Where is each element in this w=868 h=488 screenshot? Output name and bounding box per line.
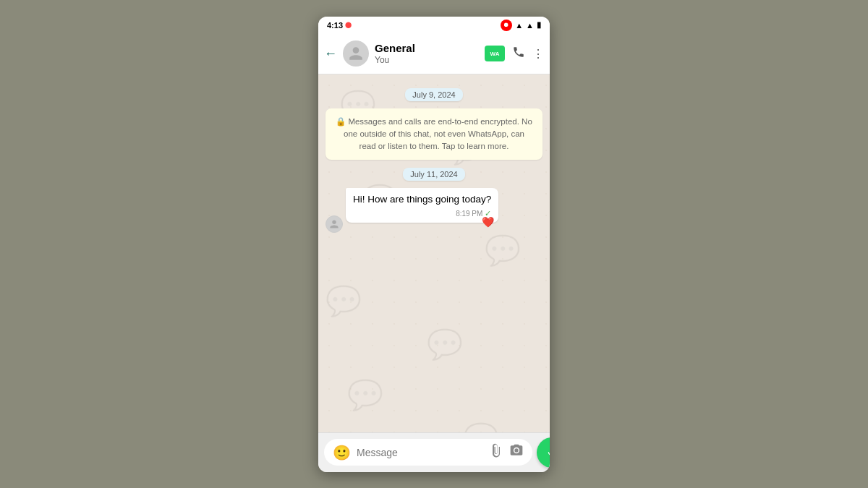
date-label-2: July 11, 2024 xyxy=(326,167,542,181)
contact-info: General You xyxy=(375,42,479,65)
back-button[interactable]: ← xyxy=(324,46,337,61)
message-input[interactable] xyxy=(357,447,483,458)
chat-header: ← General You WA ⋮ xyxy=(318,34,550,74)
date-label-1: July 9, 2024 xyxy=(326,87,542,101)
contact-avatar xyxy=(343,40,369,67)
record-dot-icon: ⏺ xyxy=(501,20,512,31)
chat-content: July 9, 2024 🔒 Messages and calls are en… xyxy=(326,87,542,233)
menu-icon[interactable]: ⋮ xyxy=(532,47,544,61)
message-meta: 8:19 PM ✓ xyxy=(353,208,491,219)
status-bar: 4:13 ⬤ ⏺ ▲ ▲ ▮ xyxy=(318,17,550,34)
wifi-icon: ▲ xyxy=(515,21,523,30)
contact-name: General xyxy=(375,42,479,55)
phone-frame: 4:13 ⬤ ⏺ ▲ ▲ ▮ ← General You WA xyxy=(318,17,550,472)
battery-icon: ▮ xyxy=(537,20,541,30)
signal-icon: ▲ xyxy=(526,21,534,30)
attach-button[interactable] xyxy=(489,443,503,461)
mic-button[interactable] xyxy=(537,437,550,468)
message-text: Hi! How are things going today? xyxy=(353,194,491,205)
wa-button[interactable]: WA xyxy=(485,46,505,61)
contact-subtitle: You xyxy=(375,55,479,65)
message-time: 8:19 PM xyxy=(456,209,482,219)
emoji-button[interactable]: 🙂 xyxy=(333,444,351,461)
input-bar: 🙂 xyxy=(318,432,550,472)
encryption-notice[interactable]: 🔒 Messages and calls are end-to-end encr… xyxy=(326,108,542,160)
message-avatar xyxy=(326,215,343,233)
camera-button[interactable] xyxy=(509,443,524,461)
header-actions: WA ⋮ xyxy=(485,46,544,61)
message-reaction[interactable]: ❤️ xyxy=(482,215,494,230)
message-row: Hi! How are things going today? 8:19 PM … xyxy=(326,188,542,232)
call-icon[interactable] xyxy=(512,46,525,61)
chat-body: 💬 💬 💬 💬 💬 💬 💬 💬 July 9, 2024 🔒 Messages … xyxy=(318,74,550,432)
status-time: 4:13 xyxy=(327,21,343,30)
record-icon: ⬤ xyxy=(345,22,352,28)
message-input-wrapper: 🙂 xyxy=(324,439,532,466)
message-bubble[interactable]: Hi! How are things going today? 8:19 PM … xyxy=(346,188,498,222)
